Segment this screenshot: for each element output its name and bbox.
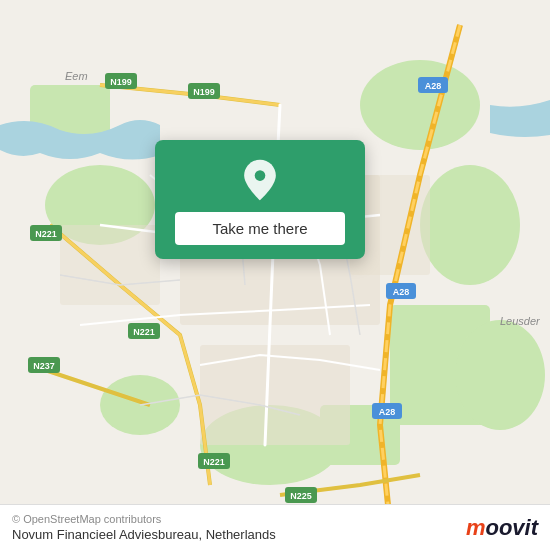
svg-text:N221: N221 (203, 457, 225, 467)
svg-point-36 (255, 170, 266, 181)
copyright-text: © OpenStreetMap contributors (12, 513, 276, 525)
svg-point-1 (360, 60, 480, 150)
moovit-text: oovit (485, 515, 538, 540)
svg-text:A28: A28 (425, 81, 442, 91)
bottom-info: © OpenStreetMap contributors Novum Finan… (12, 513, 276, 542)
svg-text:Eem: Eem (65, 70, 88, 82)
location-name: Novum Financieel Adviesbureau, Netherlan… (12, 527, 276, 542)
svg-text:N225: N225 (290, 491, 312, 501)
moovit-logo-text: moovit (466, 515, 538, 541)
location-pin-icon (238, 158, 282, 202)
svg-text:A28: A28 (379, 407, 396, 417)
popup-card: Take me there (155, 140, 365, 259)
svg-point-2 (420, 165, 520, 285)
svg-point-9 (455, 320, 545, 430)
svg-rect-12 (60, 225, 160, 305)
moovit-logo: moovit (466, 515, 538, 541)
svg-text:Leusder: Leusder (500, 315, 541, 327)
svg-text:A28: A28 (393, 287, 410, 297)
map-background: A28 A28 A28 N199 N199 N221 N221 N221 N23… (0, 0, 550, 550)
svg-text:N221: N221 (133, 327, 155, 337)
bottom-bar: © OpenStreetMap contributors Novum Finan… (0, 504, 550, 550)
svg-text:N237: N237 (33, 361, 55, 371)
svg-text:N221: N221 (35, 229, 57, 239)
svg-text:N199: N199 (193, 87, 215, 97)
svg-text:N199: N199 (110, 77, 132, 87)
map-container: A28 A28 A28 N199 N199 N221 N221 N221 N23… (0, 0, 550, 550)
take-me-there-button[interactable]: Take me there (175, 212, 345, 245)
svg-rect-11 (200, 345, 350, 445)
